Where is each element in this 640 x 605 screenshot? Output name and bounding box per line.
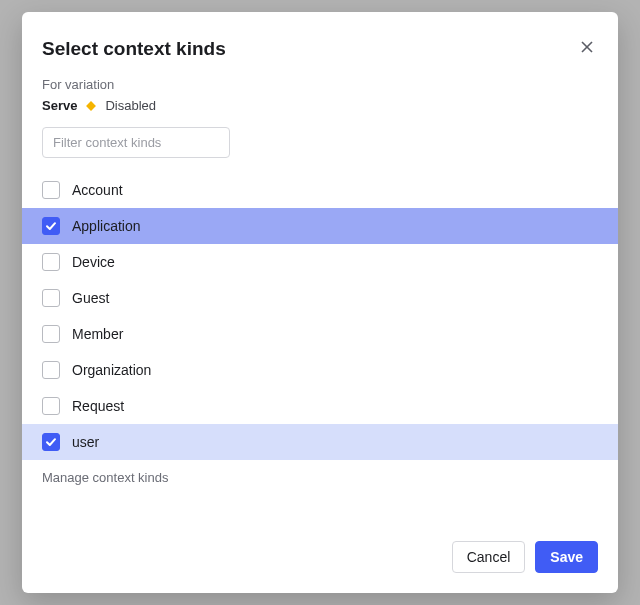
- checkbox[interactable]: [42, 181, 60, 199]
- list-item[interactable]: user: [22, 424, 618, 460]
- serve-row: Serve Disabled: [42, 98, 598, 113]
- list-item[interactable]: Member: [22, 316, 618, 352]
- manage-context-kinds-link[interactable]: Manage context kinds: [22, 460, 618, 485]
- list-item[interactable]: Application: [22, 208, 618, 244]
- context-kind-label: Member: [72, 326, 123, 342]
- context-kind-label: Request: [72, 398, 124, 414]
- context-kind-label: Device: [72, 254, 115, 270]
- checkbox[interactable]: [42, 325, 60, 343]
- list-item[interactable]: Device: [22, 244, 618, 280]
- list-item[interactable]: Account: [22, 172, 618, 208]
- modal-footer: Cancel Save: [22, 523, 618, 573]
- context-kind-label: Organization: [72, 362, 151, 378]
- filter-input[interactable]: [42, 127, 230, 158]
- serve-value: Disabled: [105, 98, 156, 113]
- context-kind-label: user: [72, 434, 99, 450]
- check-icon: [45, 436, 57, 448]
- subheader: For variation Serve Disabled: [22, 77, 618, 127]
- save-button[interactable]: Save: [535, 541, 598, 573]
- svg-rect-2: [86, 101, 96, 111]
- cancel-button[interactable]: Cancel: [452, 541, 526, 573]
- list-item[interactable]: Organization: [22, 352, 618, 388]
- checkbox[interactable]: [42, 253, 60, 271]
- context-kind-label: Application: [72, 218, 141, 234]
- checkbox[interactable]: [42, 397, 60, 415]
- checkbox[interactable]: [42, 217, 60, 235]
- diamond-icon: [85, 100, 97, 112]
- context-kinds-list: AccountApplicationDeviceGuestMemberOrgan…: [22, 172, 618, 460]
- checkbox[interactable]: [42, 289, 60, 307]
- modal-header: Select context kinds: [22, 36, 618, 77]
- check-icon: [45, 220, 57, 232]
- list-item[interactable]: Request: [22, 388, 618, 424]
- modal-title: Select context kinds: [42, 38, 226, 60]
- serve-label: Serve: [42, 98, 77, 113]
- select-context-kinds-modal: Select context kinds For variation Serve…: [22, 12, 618, 593]
- checkbox[interactable]: [42, 433, 60, 451]
- list-item[interactable]: Guest: [22, 280, 618, 316]
- context-kind-label: Guest: [72, 290, 109, 306]
- close-button[interactable]: [576, 36, 598, 61]
- for-variation-label: For variation: [42, 77, 598, 92]
- checkbox[interactable]: [42, 361, 60, 379]
- context-kind-label: Account: [72, 182, 123, 198]
- close-icon: [580, 40, 594, 54]
